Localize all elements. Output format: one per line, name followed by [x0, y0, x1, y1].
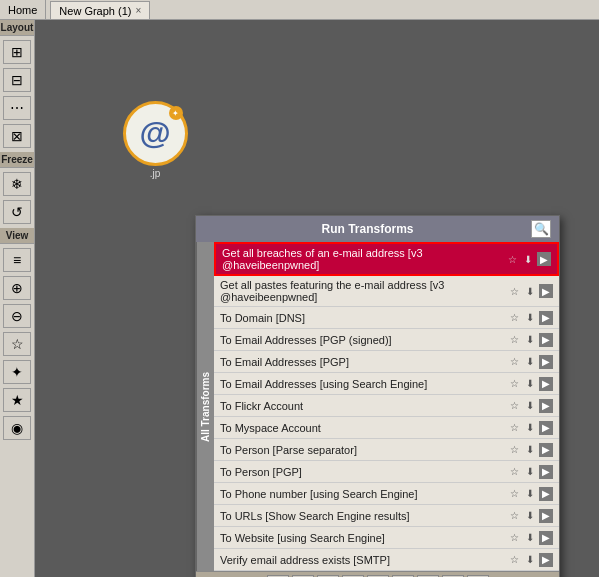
transform-item-icons: ☆⬇▶ [507, 443, 553, 457]
layout-section-label: Layout [0, 20, 34, 36]
transform-download-icon[interactable]: ⬇ [521, 252, 535, 266]
transform-item-text: To Phone number [using Search Engine] [220, 488, 507, 500]
home-button[interactable]: Home [0, 0, 46, 19]
transform-item-text: To Flickr Account [220, 400, 507, 412]
transform-item-icons: ☆⬇▶ [507, 465, 553, 479]
transform-download-icon[interactable]: ⬇ [523, 399, 537, 413]
transform-star-icon[interactable]: ☆ [507, 443, 521, 457]
transform-star-icon[interactable]: ☆ [505, 252, 519, 266]
home-label: Home [8, 4, 37, 16]
view-btn-3[interactable]: ⊖ [3, 304, 31, 328]
transform-run-button[interactable]: ▶ [539, 531, 553, 545]
transform-item-icons: ☆⬇▶ [507, 509, 553, 523]
transform-item[interactable]: To Flickr Account☆⬇▶ [214, 395, 559, 417]
transform-star-icon[interactable]: ☆ [507, 553, 521, 567]
dialog-body: All Transforms Get all breaches of an e-… [196, 242, 559, 571]
transform-run-button[interactable]: ▶ [539, 421, 553, 435]
view-btn-6[interactable]: ★ [3, 388, 31, 412]
transform-run-button[interactable]: ▶ [537, 252, 551, 266]
transform-star-icon[interactable]: ☆ [507, 487, 521, 501]
transform-star-icon[interactable]: ☆ [507, 465, 521, 479]
layout-btn-4[interactable]: ⊠ [3, 124, 31, 148]
layout-btn-1[interactable]: ⊞ [3, 40, 31, 64]
view-btn-2[interactable]: ⊕ [3, 276, 31, 300]
main-canvas: @ ✦ .jp Run Transforms 🔍 All Transforms … [35, 20, 599, 577]
transform-run-button[interactable]: ▶ [539, 284, 553, 298]
transform-item-text: To Email Addresses [PGP] [220, 356, 507, 368]
transform-star-icon[interactable]: ☆ [507, 311, 521, 325]
tab-label: New Graph (1) [59, 5, 131, 17]
transform-item[interactable]: Verify email address exists [SMTP]☆⬇▶ [214, 549, 559, 571]
transform-star-icon[interactable]: ☆ [507, 355, 521, 369]
view-btn-4[interactable]: ☆ [3, 332, 31, 356]
transform-item[interactable]: To Email Addresses [using Search Engine]… [214, 373, 559, 395]
transform-run-button[interactable]: ▶ [539, 333, 553, 347]
transform-download-icon[interactable]: ⬇ [523, 284, 537, 298]
all-transforms-label[interactable]: All Transforms [196, 242, 214, 571]
transform-run-button[interactable]: ▶ [539, 553, 553, 567]
top-bar: Home New Graph (1) × [0, 0, 599, 20]
email-node[interactable]: @ ✦ .jp [115, 100, 195, 180]
transform-item-icons: ☆⬇▶ [507, 284, 553, 298]
transform-download-icon[interactable]: ⬇ [523, 465, 537, 479]
transform-star-icon[interactable]: ☆ [507, 284, 521, 298]
transform-run-button[interactable]: ▶ [539, 355, 553, 369]
view-btn-1[interactable]: ≡ [3, 248, 31, 272]
freeze-btn-1[interactable]: ❄ [3, 172, 31, 196]
transform-item[interactable]: To Domain [DNS]☆⬇▶ [214, 307, 559, 329]
transform-download-icon[interactable]: ⬇ [523, 355, 537, 369]
email-icon-circle: @ ✦ [123, 101, 188, 166]
dialog-search-button[interactable]: 🔍 [531, 220, 551, 238]
transform-star-icon[interactable]: ☆ [507, 377, 521, 391]
transform-download-icon[interactable]: ⬇ [523, 509, 537, 523]
graph-tab[interactable]: New Graph (1) × [50, 1, 150, 19]
transform-item[interactable]: To Phone number [using Search Engine]☆⬇▶ [214, 483, 559, 505]
transform-item[interactable]: To URLs [Show Search Engine results]☆⬇▶ [214, 505, 559, 527]
layout-btn-2[interactable]: ⊟ [3, 68, 31, 92]
transform-download-icon[interactable]: ⬇ [523, 333, 537, 347]
transform-download-icon[interactable]: ⬇ [523, 311, 537, 325]
transform-item[interactable]: To Email Addresses [PGP]☆⬇▶ [214, 351, 559, 373]
transform-star-icon[interactable]: ☆ [507, 333, 521, 347]
freeze-section-label: Freeze [0, 152, 34, 168]
transform-download-icon[interactable]: ⬇ [523, 487, 537, 501]
transform-item-icons: ☆⬇▶ [507, 399, 553, 413]
transform-item[interactable]: To Person [PGP]☆⬇▶ [214, 461, 559, 483]
transform-download-icon[interactable]: ⬇ [523, 421, 537, 435]
transform-run-button[interactable]: ▶ [539, 487, 553, 501]
sidebar: Layout ⊞ ⊟ ⋯ ⊠ Freeze ❄ ↺ View ≡ ⊕ ⊖ ☆ ✦… [0, 20, 35, 577]
transform-run-button[interactable]: ▶ [539, 399, 553, 413]
run-transforms-dialog: Run Transforms 🔍 All Transforms Get all … [195, 215, 560, 577]
transform-run-button[interactable]: ▶ [539, 377, 553, 391]
transform-download-icon[interactable]: ⬇ [523, 553, 537, 567]
transform-download-icon[interactable]: ⬇ [523, 531, 537, 545]
transform-star-icon[interactable]: ☆ [507, 531, 521, 545]
transform-item-icons: ☆⬇▶ [507, 333, 553, 347]
view-btn-7[interactable]: ◉ [3, 416, 31, 440]
layout-btn-3[interactable]: ⋯ [3, 96, 31, 120]
freeze-btn-2[interactable]: ↺ [3, 200, 31, 224]
transform-item[interactable]: Get all pastes featuring the e-mail addr… [214, 276, 559, 307]
transform-item[interactable]: To Website [using Search Engine]☆⬇▶ [214, 527, 559, 549]
transform-run-button[interactable]: ▶ [539, 443, 553, 457]
transform-item[interactable]: Get all breaches of an e-mail address [v… [214, 242, 559, 276]
transform-item-text: To Person [PGP] [220, 466, 507, 478]
transform-star-icon[interactable]: ☆ [507, 509, 521, 523]
layout-buttons: ⊞ ⊟ ⋯ ⊠ [0, 36, 34, 152]
transform-item-text: To Domain [DNS] [220, 312, 507, 324]
transform-download-icon[interactable]: ⬇ [523, 377, 537, 391]
view-btn-5[interactable]: ✦ [3, 360, 31, 384]
transform-item-text: To URLs [Show Search Engine results] [220, 510, 507, 522]
transform-star-icon[interactable]: ☆ [507, 421, 521, 435]
transform-download-icon[interactable]: ⬇ [523, 443, 537, 457]
transform-star-icon[interactable]: ☆ [507, 399, 521, 413]
transform-run-button[interactable]: ▶ [539, 311, 553, 325]
transform-item[interactable]: To Myspace Account☆⬇▶ [214, 417, 559, 439]
transform-run-button[interactable]: ▶ [539, 465, 553, 479]
dialog-header: Run Transforms 🔍 [196, 216, 559, 242]
transform-run-button[interactable]: ▶ [539, 509, 553, 523]
transform-item-icons: ☆⬇▶ [507, 377, 553, 391]
transform-item[interactable]: To Person [Parse separator]☆⬇▶ [214, 439, 559, 461]
transform-item[interactable]: To Email Addresses [PGP (signed)]☆⬇▶ [214, 329, 559, 351]
tab-close-button[interactable]: × [135, 5, 141, 16]
